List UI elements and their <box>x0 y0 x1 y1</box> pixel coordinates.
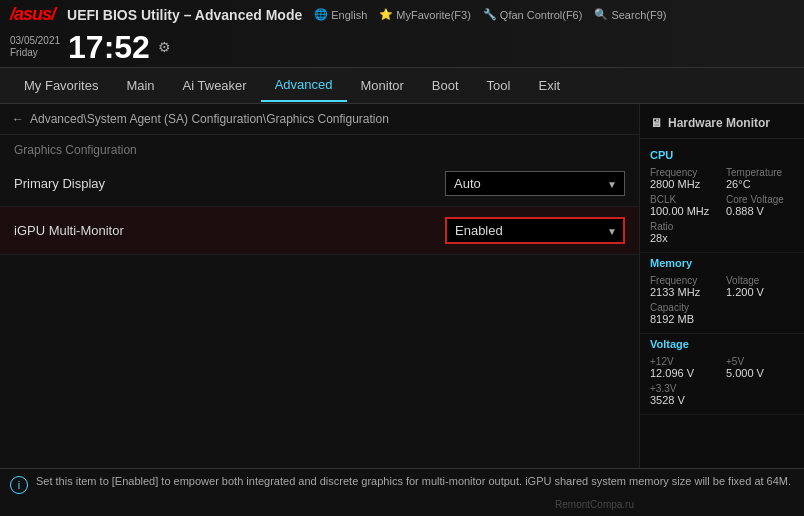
bclk-value: 100.00 MHz <box>650 205 718 217</box>
settings-list: Primary Display Auto CPU Graphics PCIE P… <box>0 161 639 255</box>
mem-capacity-label: Capacity <box>650 302 794 313</box>
33v-value: 3528 V <box>650 394 718 406</box>
cpu-freq-value: 2800 MHz <box>650 178 718 190</box>
primary-display-select[interactable]: Auto CPU Graphics PCIE PCI <box>445 171 625 196</box>
mem-capacity-value: 8192 MB <box>650 313 794 325</box>
watermark: RemontCompa.ru <box>555 499 634 510</box>
igpu-multi-monitor-select[interactable]: Disabled Enabled <box>445 217 625 244</box>
date-display: 03/05/2021 <box>10 35 60 47</box>
core-voltage-label: Core Voltage <box>726 194 794 205</box>
voltage-section-title: Voltage <box>650 338 794 350</box>
memory-section-title: Memory <box>650 257 794 269</box>
core-voltage-value: 0.888 V <box>726 205 794 217</box>
star-icon: ⭐ <box>379 8 393 21</box>
5v-value: 5.000 V <box>726 367 794 379</box>
app-title: UEFI BIOS Utility – Advanced Mode <box>67 7 302 23</box>
hardware-monitor-panel: 🖥 Hardware Monitor CPU Frequency 2800 MH… <box>639 104 804 515</box>
cpu-freq-label: Frequency <box>650 167 718 178</box>
info-icon: i <box>10 476 28 494</box>
mem-voltage-label: Voltage <box>726 275 794 286</box>
asus-logo: /asus/ <box>10 4 55 25</box>
qfan-button[interactable]: 🔧 Qfan Control(F6) <box>483 8 583 21</box>
cpu-section-title: CPU <box>650 149 794 161</box>
primary-display-row: Primary Display Auto CPU Graphics PCIE P… <box>0 161 639 207</box>
hardware-monitor-title: 🖥 Hardware Monitor <box>640 112 804 139</box>
section-title: Graphics Configuration <box>0 135 639 161</box>
nav-my-favorites[interactable]: My Favorites <box>10 70 112 101</box>
nav-monitor[interactable]: Monitor <box>347 70 418 101</box>
igpu-multi-monitor-row: iGPU Multi-Monitor Disabled Enabled <box>0 207 639 255</box>
mem-voltage-value: 1.200 V <box>726 286 794 298</box>
ratio-label: Ratio <box>650 221 794 232</box>
nav-ai-tweaker[interactable]: Ai Tweaker <box>169 70 261 101</box>
search-icon: 🔍 <box>594 8 608 21</box>
primary-display-label: Primary Display <box>14 176 445 191</box>
nav-main[interactable]: Main <box>112 70 168 101</box>
33v-label: +3.3V <box>650 383 718 394</box>
search-button[interactable]: 🔍 Search(F9) <box>594 8 666 21</box>
nav-exit[interactable]: Exit <box>524 70 574 101</box>
ratio-value: 28x <box>650 232 794 244</box>
primary-display-control: Auto CPU Graphics PCIE PCI <box>445 171 625 196</box>
mem-freq-value: 2133 MHz <box>650 286 718 298</box>
monitor-icon: 🖥 <box>650 116 662 130</box>
nav-boot[interactable]: Boot <box>418 70 473 101</box>
cpu-section: CPU Frequency 2800 MHz Temperature 26°C … <box>640 145 804 253</box>
bclk-label: BCLK <box>650 194 718 205</box>
nav-tool[interactable]: Tool <box>473 70 525 101</box>
breadcrumb-path: Advanced\System Agent (SA) Configuration… <box>30 112 389 126</box>
breadcrumb: ← Advanced\System Agent (SA) Configurati… <box>0 104 639 135</box>
language-selector[interactable]: 🌐 English <box>314 8 367 21</box>
cpu-temp-value: 26°C <box>726 178 794 190</box>
info-bar: i Set this item to [Enabled] to empower … <box>0 468 804 516</box>
info-text: Set this item to [Enabled] to empower bo… <box>36 475 791 487</box>
fan-icon: 🔧 <box>483 8 497 21</box>
settings-icon[interactable]: ⚙ <box>158 39 171 55</box>
voltage-section: Voltage +12V 12.096 V +5V 5.000 V +3.3V … <box>640 334 804 415</box>
5v-label: +5V <box>726 356 794 367</box>
cpu-temp-label: Temperature <box>726 167 794 178</box>
navigation-bar: My Favorites Main Ai Tweaker Advanced Mo… <box>0 68 804 104</box>
time-display: 17:52 <box>68 31 150 63</box>
igpu-multi-monitor-label: iGPU Multi-Monitor <box>14 223 445 238</box>
globe-icon: 🌐 <box>314 8 328 21</box>
12v-label: +12V <box>650 356 718 367</box>
mem-freq-label: Frequency <box>650 275 718 286</box>
nav-advanced[interactable]: Advanced <box>261 69 347 102</box>
memory-section: Memory Frequency 2133 MHz Voltage 1.200 … <box>640 253 804 334</box>
12v-value: 12.096 V <box>650 367 718 379</box>
back-arrow-icon[interactable]: ← <box>12 112 24 126</box>
header-icons: 🌐 English ⭐ MyFavorite(F3) 🔧 Qfan Contro… <box>314 8 666 21</box>
day-display: Friday <box>10 47 60 59</box>
myfavorite-button[interactable]: ⭐ MyFavorite(F3) <box>379 8 471 21</box>
igpu-multi-monitor-control: Disabled Enabled <box>445 217 625 244</box>
